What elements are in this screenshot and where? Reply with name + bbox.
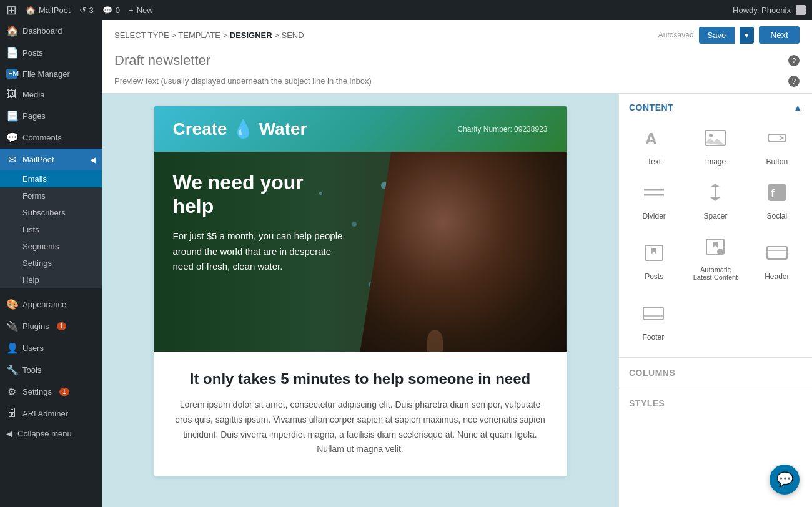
plugins-badge: 1 (57, 322, 67, 330)
sidebar-item-forms[interactable]: Forms (0, 187, 102, 204)
subject-help-icon[interactable]: ? (788, 55, 800, 66)
content-panel-title: CONTENT (629, 102, 673, 112)
columns-header: COLUMNS (629, 368, 802, 378)
block-spacer[interactable]: Spacer (685, 173, 745, 226)
image-block-icon (704, 127, 726, 154)
admin-bar-site[interactable]: 🏠 MailPoet (26, 6, 71, 15)
columns-section[interactable]: COLUMNS (619, 360, 812, 385)
sidebar-item-pages[interactable]: 📃 Pages (0, 105, 102, 127)
admin-bar-new[interactable]: + New (129, 6, 153, 15)
svg-text:f: f (771, 187, 775, 200)
button-block-icon (766, 127, 788, 154)
breadcrumb-row: SELECT TYPE > TEMPLATE > DESIGNER > SEND… (114, 20, 800, 49)
email-container: Create 💧 Water Charity Number: 09238923 (154, 106, 567, 476)
svg-text:+: + (719, 250, 721, 254)
hero-title: We need your help (173, 170, 350, 219)
svg-point-2 (709, 134, 713, 137)
sidebar-item-users[interactable]: 👤 Users (0, 337, 102, 359)
email-paragraph: Lorem ipsum dolor sit amet, consectetur … (173, 398, 548, 457)
block-image[interactable]: Image (685, 119, 745, 172)
users-icon: 👤 (6, 342, 17, 354)
collapse-icon: ◀ (6, 429, 12, 438)
preview-text-input[interactable] (114, 75, 783, 87)
text-block-label: Text (647, 157, 661, 166)
canvas-area: Create 💧 Water Charity Number: 09238923 (102, 94, 618, 507)
revisions-icon: ↺ (79, 6, 86, 15)
content-panel-chevron[interactable]: ▲ (793, 102, 802, 112)
comments-icon: 💬 (6, 132, 17, 144)
sidebar-item-emails[interactable]: Emails (0, 170, 102, 187)
preview-row: ? (114, 72, 800, 93)
divider-block-icon (643, 181, 665, 208)
sidebar-item-settings-wp[interactable]: ⚙ Settings 1 (0, 381, 102, 403)
svg-rect-13 (767, 247, 787, 259)
header-block-icon (766, 242, 788, 268)
block-divider[interactable]: Divider (624, 173, 684, 226)
blocks-grid: A Text Image (619, 119, 812, 294)
sidebar-item-appearance[interactable]: 🎨 Appearance (0, 293, 102, 315)
sidebar-item-dashboard[interactable]: 🏠 Dashboard (0, 20, 102, 42)
content-panel-header: CONTENT ▲ (619, 94, 812, 119)
sidebar-item-subscribers[interactable]: Subscribers (0, 204, 102, 221)
panel-divider-2 (619, 388, 812, 388)
sidebar-item-tools[interactable]: 🔧 Tools (0, 359, 102, 381)
sidebar-item-segments[interactable]: Segments (0, 238, 102, 255)
email-headline: It only takes 5 minutes to help someone … (173, 370, 548, 388)
sidebar-item-posts[interactable]: 📄 Posts (0, 42, 102, 64)
chat-bubble-button[interactable]: 💬 (770, 465, 800, 495)
block-button[interactable]: Button (747, 119, 807, 172)
automatic-block-label: Automatic Latest Content (691, 266, 740, 281)
collapse-menu-button[interactable]: ◀ Collapse menu (0, 424, 102, 443)
user-greeting: Howdy, Phoenix (733, 6, 791, 15)
automatic-block-icon: + (704, 235, 726, 262)
hero-text: We need your help For just $5 a month, y… (154, 152, 369, 293)
block-footer[interactable]: Footer (624, 294, 683, 347)
chat-icon: 💬 (776, 471, 793, 488)
subject-row: ? (114, 49, 800, 72)
sidebar-item-plugins[interactable]: 🔌 Plugins 1 (0, 315, 102, 337)
main-layout: 🏠 Dashboard 📄 Posts FM File Manager 🖼 Me… (0, 20, 812, 507)
ari-adminer-icon: 🗄 (6, 408, 17, 419)
save-button[interactable]: Save (699, 27, 735, 44)
block-social[interactable]: f Social (747, 173, 807, 226)
save-dropdown-button[interactable]: ▾ (740, 27, 754, 44)
breadcrumb: SELECT TYPE > TEMPLATE > DESIGNER > SEND (114, 31, 304, 40)
footer-block-icon (642, 302, 665, 329)
sidebar-item-media[interactable]: 🖼 Media (0, 84, 102, 105)
block-posts[interactable]: Posts (624, 227, 684, 287)
email-header-band: Create 💧 Water Charity Number: 09238923 (154, 106, 567, 152)
plus-icon: + (129, 6, 134, 15)
footer-row: Footer (619, 294, 812, 355)
child-hand (427, 330, 443, 352)
svg-rect-9 (645, 245, 663, 260)
block-text[interactable]: A Text (624, 119, 684, 172)
posts-icon: 📄 (6, 47, 17, 59)
styles-header: STYLES (629, 398, 802, 408)
mailpoet-collapse-icon: ◀ (90, 155, 96, 164)
subject-input[interactable] (114, 51, 783, 70)
sidebar-item-settings[interactable]: Settings (0, 255, 102, 272)
sidebar-item-file-manager[interactable]: FM File Manager (0, 64, 102, 84)
file-manager-icon: FM (6, 69, 17, 79)
sidebar-item-help[interactable]: Help (0, 272, 102, 288)
sidebar-item-ari-adminer[interactable]: 🗄 ARI Adminer (0, 403, 102, 424)
mailpoet-submenu: Emails Forms Subscribers Lists Segments … (0, 170, 102, 288)
sidebar-item-comments[interactable]: 💬 Comments (0, 127, 102, 149)
sidebar-item-lists[interactable]: Lists (0, 221, 102, 238)
next-button[interactable]: Next (759, 26, 800, 44)
editor-body: Create 💧 Water Charity Number: 09238923 (102, 94, 812, 507)
block-automatic[interactable]: + Automatic Latest Content (685, 227, 745, 287)
user-avatar (796, 5, 806, 15)
sidebar-item-mailpoet[interactable]: ✉ MailPoet ◀ (0, 149, 102, 170)
admin-bar-comments[interactable]: 💬 0 (102, 6, 120, 15)
block-header[interactable]: Header (747, 227, 807, 287)
spacer-block-label: Spacer (703, 212, 727, 220)
wordpress-logo-icon[interactable]: ⊞ (6, 2, 17, 17)
dashboard-icon: 🏠 (6, 25, 17, 37)
styles-section[interactable]: STYLES (619, 391, 812, 416)
autosaved-label: Autosaved (658, 31, 694, 39)
media-icon: 🖼 (6, 89, 17, 100)
preview-help-icon[interactable]: ? (788, 76, 800, 87)
admin-bar-revisions[interactable]: ↺ 3 (79, 6, 94, 15)
logo-drop-icon: 💧 (232, 119, 254, 139)
